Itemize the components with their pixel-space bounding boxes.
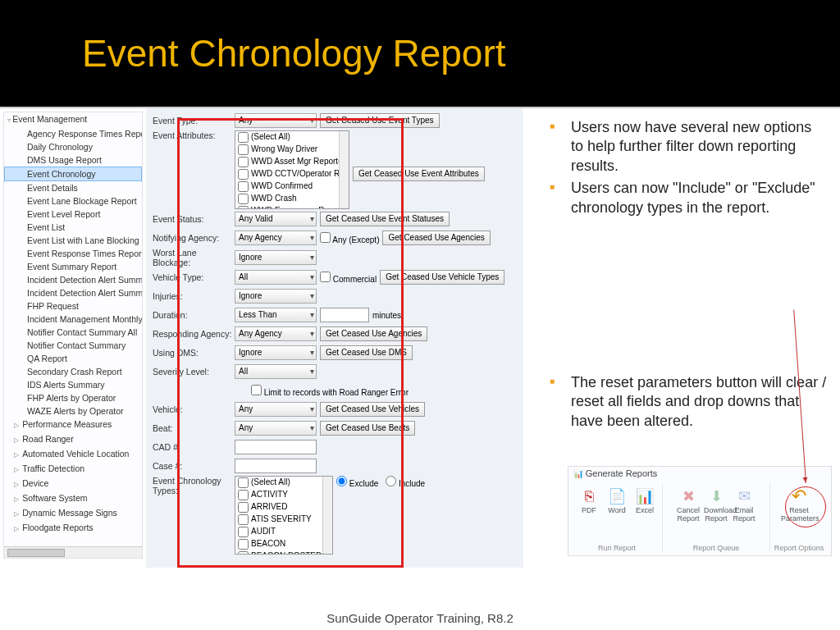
report-tree[interactable]: Event Management Agency Response Times R… <box>3 112 143 559</box>
checkbox-item[interactable]: Wrong Way Driver <box>235 144 349 156</box>
checkbox-item[interactable]: ATIS SEVERITY <box>235 514 332 526</box>
tree-item[interactable]: Event Details <box>4 181 142 194</box>
severity-select[interactable]: All <box>235 364 317 379</box>
using-dms-select[interactable]: Ignore <box>235 345 317 360</box>
tree-item[interactable]: IDS Alerts Summary <box>4 378 142 391</box>
commercial-checkbox[interactable]: Commercial <box>320 272 377 284</box>
event-attrs-list[interactable]: (Select All)Wrong Way DriverWWD Asset Mg… <box>235 130 349 209</box>
tree-item[interactable]: QA Report <box>4 352 142 365</box>
app-screenshot: Event Management Agency Response Times R… <box>0 108 533 568</box>
bullet-point: Users now have several new options to he… <box>568 118 827 176</box>
limit-rr-error-checkbox[interactable]: Limit to records with Road Ranger Error <box>251 385 409 397</box>
tree-item[interactable]: Event Chronology <box>4 167 142 181</box>
pdf-button[interactable]: ⎘PDF <box>577 486 601 514</box>
worst-lane-select[interactable]: Ignore <box>235 250 317 265</box>
slide-title-text: Event Chronology Report <box>82 31 506 75</box>
email-icon: ✉ <box>732 486 756 506</box>
tree-folder[interactable]: Dynamic Message Signs <box>4 506 142 521</box>
ceased-statuses-button[interactable]: Get Ceased Use Event Statuses <box>320 212 450 226</box>
slide-footer: SunGuide Operator Training, R8.2 <box>0 607 840 630</box>
tree-item[interactable]: Event List <box>4 221 142 234</box>
tree-root[interactable]: Event Management <box>4 112 142 127</box>
checkbox-item[interactable]: BEACON <box>235 538 332 550</box>
checkbox-item[interactable]: BEACON POSTED <box>235 550 332 555</box>
tree-item[interactable]: Notifier Contact Summary <box>4 339 142 352</box>
ceased-agencies-button[interactable]: Get Ceased Use Agencies <box>382 231 490 245</box>
chron-types-list[interactable]: (Select All)ACTIVITYARRIVEDATIS SEVERITY… <box>235 476 333 555</box>
tree-folder[interactable]: Road Ranger <box>4 432 142 447</box>
reset-parameters-button[interactable]: ↶Reset Parameters <box>781 486 817 523</box>
checkbox-item[interactable]: WWD Emergency Response <box>235 205 349 209</box>
word-button[interactable]: 📄Word <box>605 486 629 514</box>
tree-item[interactable]: Daily Chronology <box>4 140 142 153</box>
download-report-button[interactable]: ⬇Download Report <box>704 486 728 523</box>
responding-agency-select[interactable]: Any Agency <box>235 326 317 341</box>
notifying-agency-select[interactable]: Any Agency <box>235 231 317 245</box>
ceased-event-types-button[interactable]: Get Ceased Use Event Types <box>320 113 440 128</box>
checkbox-item[interactable]: WWD Asset Mgr Reported <box>235 156 349 168</box>
ceased-resp-agencies-button[interactable]: Get Ceased Use Agencies <box>320 326 427 341</box>
form-panel: Event Type: Any Get Ceased Use Event Typ… <box>146 108 523 568</box>
form-label: Event Type: <box>153 116 235 126</box>
checkbox-item[interactable]: WWD Confirmed <box>235 180 349 193</box>
tree-item[interactable]: Incident Management Monthly <box>4 313 142 326</box>
case-input[interactable] <box>235 459 317 473</box>
tree-folder[interactable]: Floodgate Reports <box>4 521 142 536</box>
beat-select[interactable]: Any <box>235 421 317 436</box>
ceased-event-attrs-button[interactable]: Get Ceased Use Event Attributes <box>353 167 485 181</box>
tree-item[interactable]: WAZE Alerts by Operator <box>4 404 142 418</box>
tree-item[interactable]: DMS Usage Report <box>4 153 142 167</box>
tree-hscroll[interactable] <box>4 546 142 558</box>
cad-input[interactable] <box>235 440 317 454</box>
tree-item[interactable]: Event Response Times Report <box>4 247 142 260</box>
ceased-vehicle-types-button[interactable]: Get Ceased Use Vehicle Types <box>380 270 504 285</box>
exclude-radio[interactable]: Exclude <box>336 479 378 488</box>
tree-item[interactable]: Notifier Contact Summary All <box>4 326 142 339</box>
excel-icon: 📊 <box>632 486 657 506</box>
tree-item[interactable]: FHP Alerts by Operator <box>4 391 142 404</box>
include-radio[interactable]: Include <box>386 479 425 488</box>
tree-item[interactable]: Secondary Crash Report <box>4 365 142 378</box>
event-type-select[interactable]: Any <box>235 113 317 128</box>
duration-input[interactable] <box>320 308 369 322</box>
checkbox-item[interactable]: WWD CCTV/Operator Reported <box>235 168 349 180</box>
slide-title-bar: Event Chronology Report <box>0 0 840 107</box>
excel-button[interactable]: 📊Excel <box>632 486 657 514</box>
cancel-icon: ✖ <box>676 486 701 506</box>
tree-folder[interactable]: Automated Vehicle Location <box>4 447 142 462</box>
tree-folder[interactable]: Performance Measures <box>4 418 142 432</box>
reset-icon: ↶ <box>781 486 817 506</box>
ceased-beats-button[interactable]: Get Ceased Use Beats <box>320 421 415 436</box>
tree-folder[interactable]: Device <box>4 477 142 491</box>
tree-folder[interactable]: Traffic Detection <box>4 462 142 477</box>
ceased-dms-button[interactable]: Get Ceased Use DMS <box>320 345 413 360</box>
checkbox-item[interactable]: ARRIVED <box>235 501 332 514</box>
ceased-vehicles-button[interactable]: Get Ceased Use Vehicles <box>320 402 425 417</box>
email-report-button[interactable]: ✉Email Report <box>732 486 756 523</box>
tree-item[interactable]: FHP Request <box>4 299 142 313</box>
tree-item[interactable]: Event Summary Report <box>4 260 142 273</box>
injuries-select[interactable]: Ignore <box>235 289 317 304</box>
ribbon: Generate Reports ⎘PDF 📄Word 📊Excel Run R… <box>568 466 832 556</box>
pdf-icon: ⎘ <box>577 486 601 506</box>
tree-item[interactable]: Event Level Report <box>4 208 142 221</box>
checkbox-item[interactable]: (Select All) <box>235 477 332 489</box>
tree-item[interactable]: Event Lane Blockage Report <box>4 194 142 208</box>
explanation-panel: Users now have several new options to he… <box>533 108 840 581</box>
checkbox-item[interactable]: AUDIT <box>235 526 332 538</box>
tree-folder[interactable]: Software System <box>4 491 142 506</box>
vehicle-select[interactable]: Any <box>235 402 317 417</box>
bullet-point: The reset parameters button will clear /… <box>568 373 827 431</box>
vehicle-type-select[interactable]: All <box>235 270 317 285</box>
checkbox-item[interactable]: WWD Crash <box>235 193 349 205</box>
checkbox-item[interactable]: ACTIVITY <box>235 489 332 501</box>
any-except-checkbox[interactable]: Any (Except) <box>320 232 379 244</box>
cancel-report-button[interactable]: ✖Cancel Report <box>676 486 701 523</box>
event-status-select[interactable]: Any Valid <box>235 212 317 226</box>
tree-item[interactable]: Incident Detection Alert Summ <box>4 286 142 299</box>
tree-item[interactable]: Incident Detection Alert Summ <box>4 273 142 286</box>
duration-op-select[interactable]: Less Than <box>235 308 317 322</box>
checkbox-item[interactable]: (Select All) <box>235 131 349 144</box>
tree-item[interactable]: Agency Response Times Repo <box>4 127 142 140</box>
tree-item[interactable]: Event List with Lane Blocking <box>4 234 142 247</box>
